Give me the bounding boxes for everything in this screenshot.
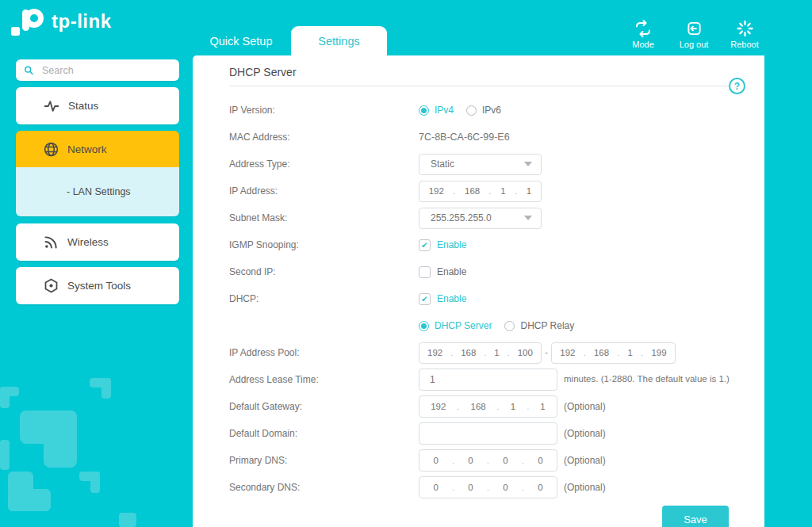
radio-ipv4-label: IPv4 [435,105,454,116]
octet: 192 [427,348,442,357]
octet: 192 [560,348,575,357]
field-label: Subnet Mask: [229,212,419,223]
dot: . [617,349,619,357]
mac-address-value: 7C-8B-CA-6C-99-E6 [419,132,510,143]
decor-square [119,513,136,527]
radio-ipv4[interactable]: IPv4 [419,105,454,116]
status-icon [43,98,60,114]
chevron-down-icon [524,162,532,166]
sidebar-item-label: Status [68,100,98,112]
octet: 192 [429,186,444,196]
chevron-down-icon [524,216,532,220]
optional-hint: (Optional) [564,482,606,493]
checkbox-label: Enable [437,293,466,304]
address-type-select[interactable]: Static [419,154,542,175]
field-label: Default Domain: [229,428,419,439]
tp-link-logo: tp-link [11,5,112,38]
sidebar-item-network[interactable]: Network [16,131,179,167]
dot: . [452,456,454,465]
octet: 1 [511,402,515,411]
sidebar-subitem-lan-settings[interactable]: - LAN Settings [67,186,131,197]
ip-pool-end-input[interactable]: 192. 168. 1. 199 [551,342,676,364]
field-ip-version: IP Version: IPv4 IPv6 [229,97,737,124]
check-icon: ✔ [421,267,428,277]
dhcp-enable-checkbox[interactable]: ✔ Enable [419,293,466,305]
sidebar-item-status[interactable]: Status [16,87,179,124]
radio-dhcp-server-control [419,321,429,331]
octet: 1 [527,186,531,196]
optional-hint: (Optional) [564,428,606,439]
octet: 1 [494,348,499,357]
field-subnet-mask: Subnet Mask: 255.255.255.0 [229,204,737,231]
save-button[interactable]: Save [662,506,729,527]
reboot-button[interactable]: Reboot [722,20,768,49]
reboot-label: Reboot [730,40,758,49]
logout-icon [686,20,703,37]
dot: . [454,187,456,196]
help-glyph: ? [734,81,740,92]
mode-button[interactable]: Mode [620,20,666,49]
igmp-snooping-checkbox[interactable]: ✔ Enable [419,239,466,251]
decor-square [0,387,10,408]
sidebar-submenu-network: - LAN Settings [16,167,179,216]
dot: . [508,349,510,357]
secondary-dns-input[interactable]: 0. 0. 0. 0 [419,476,557,498]
octet: 0 [503,483,508,492]
search-input[interactable] [40,64,171,77]
octet: 192 [431,402,446,411]
field-label: Address Type: [229,158,419,170]
field-dhcp-enable: DHCP: ✔ Enable [229,285,737,312]
lease-time-input[interactable]: 1 [419,369,557,391]
dot: . [522,483,524,492]
search-box[interactable] [16,59,179,81]
octet: 0 [468,483,473,492]
field-label: Default Gateway: [229,401,419,412]
subnet-mask-value: 255.255.255.0 [431,212,492,223]
default-gateway-input[interactable]: 192. 168. 1. 1 [419,395,557,418]
field-igmp-snooping: IGMP Snooping: ✔ Enable [229,231,737,258]
radio-dhcp-server[interactable]: DHCP Server [419,320,492,331]
decor-square [0,440,10,470]
radio-ipv6-control [466,105,477,116]
brand-wordmark: tp-link [52,10,112,32]
default-domain-input[interactable] [419,422,557,445]
primary-dns-input[interactable]: 0. 0. 0. 0 [419,449,557,472]
decor-square [90,472,100,493]
network-icon [43,141,59,158]
octet: 168 [461,348,476,357]
ip-pool-start-input[interactable]: 192. 168. 1. 100 [419,342,542,364]
field-label: IGMP Snooping: [229,239,419,250]
router-admin-page: tp-link Quick Setup Settings Mode Log ou… [0,0,812,527]
tab-settings-label: Settings [318,35,359,48]
tab-quick-setup[interactable]: Quick Setup [197,26,285,55]
tp-link-logo-icon [11,5,46,38]
dot: . [450,349,453,357]
logout-label: Log out [680,40,709,49]
field-default-gateway: Default Gateway: 192. 168. 1. 1 (Optiona… [229,393,737,420]
subnet-mask-select[interactable]: 255.255.255.0 [419,208,542,229]
dot: . [584,349,586,357]
logout-button[interactable]: Log out [671,20,717,49]
second-ip-checkbox[interactable]: ✔ Enable [419,266,466,278]
title-divider [229,86,730,86]
decor-square [102,378,111,399]
dot: . [487,456,489,465]
field-label: Address Lease Time: [229,374,419,385]
reboot-icon [737,20,753,37]
radio-ipv6[interactable]: IPv6 [466,105,501,116]
ip-address-input[interactable]: 192. 168. 1. 1 [419,181,542,202]
tab-settings[interactable]: Settings [291,26,387,55]
octet: 100 [518,348,533,357]
checkbox-control: ✔ [419,239,431,251]
address-type-value: Static [431,158,454,170]
sidebar-item-wireless[interactable]: Wireless [16,223,179,261]
radio-dhcp-relay[interactable]: DHCP Relay [504,320,574,331]
dot: . [484,349,486,357]
help-icon[interactable]: ? [729,78,745,94]
field-label: Second IP: [229,266,419,277]
octet: 0 [468,456,473,465]
wireless-icon [43,234,59,250]
sidebar-item-system-tools[interactable]: System Tools [16,267,179,304]
field-label: MAC Address: [229,132,419,143]
check-icon: ✔ [421,294,428,304]
